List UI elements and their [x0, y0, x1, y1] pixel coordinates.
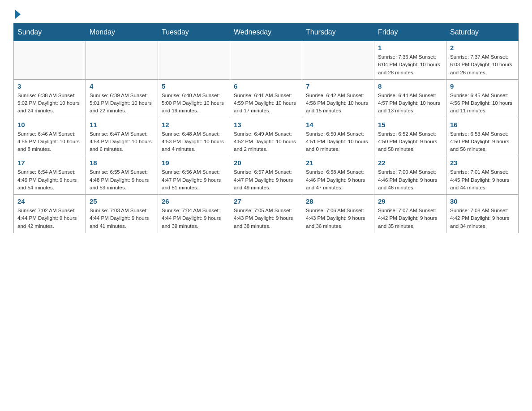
calendar-cell: 17Sunrise: 6:54 AM Sunset: 4:49 PM Dayli…	[14, 156, 86, 195]
day-info: Sunrise: 6:55 AM Sunset: 4:48 PM Dayligh…	[90, 168, 154, 192]
day-number: 3	[17, 82, 82, 90]
day-info: Sunrise: 7:00 AM Sunset: 4:46 PM Dayligh…	[378, 168, 442, 192]
day-number: 16	[450, 121, 515, 128]
day-info: Sunrise: 6:41 AM Sunset: 4:59 PM Dayligh…	[234, 92, 298, 115]
calendar-cell: 19Sunrise: 6:56 AM Sunset: 4:47 PM Dayli…	[158, 156, 230, 195]
day-number: 8	[378, 82, 442, 90]
day-info: Sunrise: 6:38 AM Sunset: 5:02 PM Dayligh…	[17, 92, 82, 115]
calendar-cell: 2Sunrise: 7:37 AM Sunset: 6:03 PM Daylig…	[446, 41, 519, 80]
day-info: Sunrise: 6:40 AM Sunset: 5:00 PM Dayligh…	[162, 92, 226, 115]
calendar-cell: 28Sunrise: 7:06 AM Sunset: 4:43 PM Dayli…	[302, 195, 374, 233]
calendar-cell: 16Sunrise: 6:53 AM Sunset: 4:50 PM Dayli…	[446, 118, 519, 156]
day-info: Sunrise: 6:45 AM Sunset: 4:56 PM Dayligh…	[450, 92, 515, 115]
day-info: Sunrise: 6:46 AM Sunset: 4:55 PM Dayligh…	[17, 130, 82, 154]
calendar-week-1: 1Sunrise: 7:36 AM Sunset: 6:04 PM Daylig…	[14, 41, 519, 80]
day-info: Sunrise: 6:47 AM Sunset: 4:54 PM Dayligh…	[90, 130, 154, 154]
day-number: 23	[450, 159, 515, 167]
logo	[13, 9, 21, 19]
calendar-cell: 13Sunrise: 6:49 AM Sunset: 4:52 PM Dayli…	[230, 118, 302, 156]
calendar-cell: 6Sunrise: 6:41 AM Sunset: 4:59 PM Daylig…	[230, 79, 302, 118]
day-number: 6	[234, 82, 298, 90]
page-header	[13, 9, 519, 19]
day-header-sunday: Sunday	[14, 24, 86, 41]
calendar-cell	[158, 41, 230, 80]
calendar-cell: 21Sunrise: 6:58 AM Sunset: 4:46 PM Dayli…	[302, 156, 374, 195]
day-number: 29	[378, 197, 442, 205]
day-info: Sunrise: 6:57 AM Sunset: 4:47 PM Dayligh…	[234, 168, 298, 192]
logo-arrow-icon	[15, 10, 21, 19]
calendar-header-row: SundayMondayTuesdayWednesdayThursdayFrid…	[14, 24, 519, 41]
calendar-cell: 12Sunrise: 6:48 AM Sunset: 4:53 PM Dayli…	[158, 118, 230, 156]
calendar-cell	[86, 41, 158, 80]
calendar-cell: 10Sunrise: 6:46 AM Sunset: 4:55 PM Dayli…	[14, 118, 86, 156]
day-info: Sunrise: 7:03 AM Sunset: 4:44 PM Dayligh…	[90, 207, 154, 230]
day-number: 30	[450, 197, 515, 205]
day-number: 26	[162, 197, 226, 205]
day-number: 25	[90, 197, 154, 205]
day-number: 5	[162, 82, 226, 90]
calendar-cell: 7Sunrise: 6:42 AM Sunset: 4:58 PM Daylig…	[302, 79, 374, 118]
day-header-thursday: Thursday	[302, 24, 374, 41]
day-info: Sunrise: 7:07 AM Sunset: 4:42 PM Dayligh…	[378, 207, 442, 230]
calendar-cell: 9Sunrise: 6:45 AM Sunset: 4:56 PM Daylig…	[446, 79, 519, 118]
day-number: 27	[234, 197, 298, 205]
calendar-week-2: 3Sunrise: 6:38 AM Sunset: 5:02 PM Daylig…	[14, 79, 519, 118]
calendar-week-4: 17Sunrise: 6:54 AM Sunset: 4:49 PM Dayli…	[14, 156, 519, 195]
day-header-wednesday: Wednesday	[230, 24, 302, 41]
calendar-cell: 11Sunrise: 6:47 AM Sunset: 4:54 PM Dayli…	[86, 118, 158, 156]
day-info: Sunrise: 7:01 AM Sunset: 4:45 PM Dayligh…	[450, 168, 515, 192]
calendar-cell: 3Sunrise: 6:38 AM Sunset: 5:02 PM Daylig…	[14, 79, 86, 118]
day-info: Sunrise: 7:05 AM Sunset: 4:43 PM Dayligh…	[234, 207, 298, 230]
day-number: 2	[450, 44, 515, 51]
calendar-cell: 15Sunrise: 6:52 AM Sunset: 4:50 PM Dayli…	[374, 118, 446, 156]
day-number: 22	[378, 159, 442, 167]
calendar-cell	[230, 41, 302, 80]
day-info: Sunrise: 7:08 AM Sunset: 4:42 PM Dayligh…	[450, 207, 515, 230]
calendar-cell	[14, 41, 86, 80]
day-header-monday: Monday	[86, 24, 158, 41]
day-number: 28	[306, 197, 370, 205]
day-number: 14	[306, 121, 370, 128]
day-info: Sunrise: 7:06 AM Sunset: 4:43 PM Dayligh…	[306, 207, 370, 230]
day-info: Sunrise: 6:48 AM Sunset: 4:53 PM Dayligh…	[162, 130, 226, 154]
calendar-cell: 4Sunrise: 6:39 AM Sunset: 5:01 PM Daylig…	[86, 79, 158, 118]
day-info: Sunrise: 7:37 AM Sunset: 6:03 PM Dayligh…	[450, 53, 515, 77]
day-number: 20	[234, 159, 298, 167]
day-number: 24	[17, 197, 82, 205]
day-number: 17	[17, 159, 82, 167]
day-info: Sunrise: 6:54 AM Sunset: 4:49 PM Dayligh…	[17, 168, 82, 192]
day-number: 11	[90, 121, 154, 128]
calendar-cell: 29Sunrise: 7:07 AM Sunset: 4:42 PM Dayli…	[374, 195, 446, 233]
day-info: Sunrise: 6:44 AM Sunset: 4:57 PM Dayligh…	[378, 92, 442, 115]
day-info: Sunrise: 7:02 AM Sunset: 4:44 PM Dayligh…	[17, 207, 82, 230]
day-info: Sunrise: 6:39 AM Sunset: 5:01 PM Dayligh…	[90, 92, 154, 115]
day-number: 18	[90, 159, 154, 167]
calendar-week-5: 24Sunrise: 7:02 AM Sunset: 4:44 PM Dayli…	[14, 195, 519, 233]
calendar-cell: 18Sunrise: 6:55 AM Sunset: 4:48 PM Dayli…	[86, 156, 158, 195]
calendar-cell	[302, 41, 374, 80]
day-info: Sunrise: 6:53 AM Sunset: 4:50 PM Dayligh…	[450, 130, 515, 154]
day-info: Sunrise: 6:52 AM Sunset: 4:50 PM Dayligh…	[378, 130, 442, 154]
calendar-cell: 25Sunrise: 7:03 AM Sunset: 4:44 PM Dayli…	[86, 195, 158, 233]
day-number: 4	[90, 82, 154, 90]
calendar-cell: 26Sunrise: 7:04 AM Sunset: 4:44 PM Dayli…	[158, 195, 230, 233]
calendar-cell: 5Sunrise: 6:40 AM Sunset: 5:00 PM Daylig…	[158, 79, 230, 118]
day-number: 15	[378, 121, 442, 128]
calendar-cell: 14Sunrise: 6:50 AM Sunset: 4:51 PM Dayli…	[302, 118, 374, 156]
day-number: 13	[234, 121, 298, 128]
calendar-cell: 27Sunrise: 7:05 AM Sunset: 4:43 PM Dayli…	[230, 195, 302, 233]
calendar-cell: 30Sunrise: 7:08 AM Sunset: 4:42 PM Dayli…	[446, 195, 519, 233]
day-info: Sunrise: 6:50 AM Sunset: 4:51 PM Dayligh…	[306, 130, 370, 154]
day-header-tuesday: Tuesday	[158, 24, 230, 41]
day-info: Sunrise: 7:04 AM Sunset: 4:44 PM Dayligh…	[162, 207, 226, 230]
day-info: Sunrise: 6:56 AM Sunset: 4:47 PM Dayligh…	[162, 168, 226, 192]
calendar-week-3: 10Sunrise: 6:46 AM Sunset: 4:55 PM Dayli…	[14, 118, 519, 156]
day-info: Sunrise: 6:49 AM Sunset: 4:52 PM Dayligh…	[234, 130, 298, 154]
day-info: Sunrise: 7:36 AM Sunset: 6:04 PM Dayligh…	[378, 53, 442, 77]
day-number: 12	[162, 121, 226, 128]
calendar-cell: 8Sunrise: 6:44 AM Sunset: 4:57 PM Daylig…	[374, 79, 446, 118]
calendar-cell: 24Sunrise: 7:02 AM Sunset: 4:44 PM Dayli…	[14, 195, 86, 233]
day-number: 9	[450, 82, 515, 90]
calendar-cell: 20Sunrise: 6:57 AM Sunset: 4:47 PM Dayli…	[230, 156, 302, 195]
calendar-cell: 1Sunrise: 7:36 AM Sunset: 6:04 PM Daylig…	[374, 41, 446, 80]
